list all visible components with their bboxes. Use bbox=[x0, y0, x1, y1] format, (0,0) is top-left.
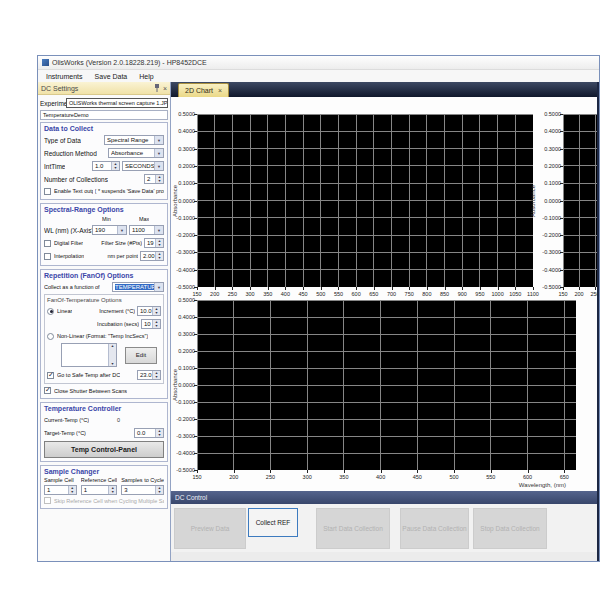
wl-axis-label: WL (nm) (X-Axis) bbox=[44, 227, 92, 234]
inttime-label: IntTime bbox=[44, 163, 65, 170]
type-of-data-select[interactable]: Spectral Range▼ bbox=[104, 135, 164, 145]
section-temperature-controller: Temperature Controller Current-Temp (°C)… bbox=[40, 402, 168, 462]
section-data-to-collect: Data to Collect Type of Data Spectral Ra… bbox=[40, 122, 168, 200]
linear-radio[interactable] bbox=[47, 308, 54, 315]
collect-ref-button[interactable]: Collect REF bbox=[248, 508, 298, 537]
title-bar[interactable]: OlisWorks (Version 2.0.18228.219) - HP84… bbox=[38, 56, 599, 70]
dc-settings-panel: DC Settings × Experiment OLISWorks therm… bbox=[38, 82, 171, 561]
collections-label: Number of Collections bbox=[44, 176, 108, 183]
group-title: FanOf-Temperature Options bbox=[47, 297, 161, 303]
pin-icon[interactable] bbox=[154, 84, 160, 92]
wl-max-select[interactable]: 1100▼ bbox=[129, 225, 164, 235]
chart-tab-bar: 2D Chart × bbox=[171, 82, 597, 97]
experiment-profile-input[interactable]: TemperatureDemo bbox=[40, 110, 168, 120]
dc-control-header: DC Control bbox=[171, 491, 597, 504]
section-title: Repetition (FanOf) Options bbox=[44, 272, 164, 279]
chart-2: 1502002503003504004505005506006500.50000… bbox=[171, 97, 597, 491]
reduction-method-label: Reduction Method bbox=[44, 150, 97, 157]
spinner-arrows-icon[interactable]: ▲▼ bbox=[155, 175, 163, 183]
tab-2d-chart[interactable]: 2D Chart × bbox=[178, 83, 229, 97]
increment-spinner[interactable]: 10.0 ▲▼ bbox=[137, 306, 161, 316]
incubation-label: Incubation (secs) bbox=[97, 321, 139, 327]
chevron-down-icon: ▼ bbox=[154, 149, 163, 157]
safe-temp-checkbox[interactable] bbox=[47, 372, 54, 379]
min-header: Min bbox=[102, 216, 111, 222]
spinner-arrows-icon[interactable]: ▲▼ bbox=[68, 486, 76, 494]
chart-1: 1502002500.50000.40000.30000.20000.10000… bbox=[171, 97, 597, 491]
target-temp-spinner[interactable]: 0.0 ▲▼ bbox=[134, 428, 164, 438]
non-linear-radio[interactable] bbox=[47, 333, 54, 340]
menu-save-data[interactable]: Save Data bbox=[95, 73, 128, 80]
chart-0-plot-area bbox=[197, 114, 533, 287]
filter-size-spinner[interactable]: 19 ▲▼ bbox=[144, 238, 164, 248]
max-header: Max bbox=[139, 216, 149, 222]
bottom-filler bbox=[171, 552, 597, 561]
non-linear-label: Non-Linear (Format: "Temp IncSecs") bbox=[57, 333, 148, 339]
skip-reference-checkbox bbox=[44, 497, 51, 504]
chart-0-xlabel: Wavelength, (nm) bbox=[197, 299, 533, 305]
increment-label: Increment (°C) bbox=[99, 308, 135, 314]
samples-to-cycle-spinner[interactable]: 3 ▲▼ bbox=[121, 485, 164, 495]
chart-canvas: 1502002503003504004505005506006507007508… bbox=[171, 97, 597, 491]
spinner-arrows-icon[interactable]: ▲▼ bbox=[152, 320, 160, 328]
digital-filter-checkbox[interactable] bbox=[44, 240, 51, 247]
pause-data-collection-button: Pause Data Collection bbox=[400, 508, 469, 549]
menu-help[interactable]: Help bbox=[139, 73, 153, 80]
collect-fn-select[interactable]: TEMPERATURE (C)▼ bbox=[112, 282, 164, 292]
wl-min-select[interactable]: 190▼ bbox=[92, 225, 127, 235]
chevron-down-icon: ▼ bbox=[154, 162, 163, 170]
dc-control-title: DC Control bbox=[175, 494, 207, 501]
nonlinear-temp-list[interactable]: ▲▼ bbox=[61, 343, 117, 367]
chevron-down-icon: ▼ bbox=[117, 226, 126, 234]
enable-text-output-label: Enable Text output bbox=[54, 188, 93, 194]
incubation-spinner[interactable]: 10 ▲▼ bbox=[141, 319, 161, 329]
enable-text-output-note: ( * suspends 'Save Data' prompt ) bbox=[95, 188, 164, 194]
menu-instruments[interactable]: Instruments bbox=[46, 73, 83, 80]
temp-control-panel-button[interactable]: Temp Control-Panel bbox=[44, 441, 164, 458]
reference-cell-spinner[interactable]: 1 ▲▼ bbox=[81, 485, 117, 495]
dc-settings-panel-header[interactable]: DC Settings × bbox=[38, 82, 170, 95]
spinner-arrows-icon[interactable]: ▲▼ bbox=[155, 239, 163, 247]
interpolation-checkbox[interactable] bbox=[44, 253, 51, 260]
chevron-down-icon: ▼ bbox=[154, 283, 163, 291]
panel-title: DC Settings bbox=[41, 85, 78, 92]
chart-0-ylabel: Absorbance bbox=[171, 114, 179, 287]
experiment-name-input[interactable]: OLISWorks thermal screen capture 1.JPG bbox=[66, 98, 168, 108]
inttime-units-select[interactable]: SECONDS▼ bbox=[122, 161, 164, 171]
chevron-down-icon: ▼ bbox=[154, 226, 163, 234]
dc-settings-body: Experiment OLISWorks thermal screen capt… bbox=[38, 95, 170, 561]
section-repetition: Repetition (FanOf) Options Collect as a … bbox=[40, 269, 168, 399]
samples-to-cycle-label: Samples to Cycle bbox=[121, 477, 164, 485]
spinner-arrows-icon[interactable]: ▲▼ bbox=[155, 486, 163, 494]
spinner-arrows-icon[interactable]: ▲▼ bbox=[111, 162, 119, 170]
section-title: Sample Changer bbox=[44, 468, 164, 475]
preview-data-button: Preview Data bbox=[174, 508, 246, 549]
linear-label: Linear bbox=[57, 308, 72, 314]
chart-2-xlabel: Wavelength, (nm) bbox=[197, 482, 566, 488]
collect-fn-label: Collect as a function of bbox=[44, 284, 100, 290]
sample-cell-spinner[interactable]: 1 ▲▼ bbox=[44, 485, 77, 495]
spinner-arrows-icon[interactable]: ▲▼ bbox=[108, 486, 116, 494]
current-temp-label: Current-Temp (°C) bbox=[44, 417, 89, 423]
close-shutter-checkbox[interactable] bbox=[44, 387, 51, 394]
nm-per-point-spinner[interactable]: 2.00 ▲▼ bbox=[140, 251, 164, 261]
chart-1-plot-area bbox=[563, 114, 597, 287]
fanof-temperature-group: FanOf-Temperature Options Linear Increme… bbox=[44, 294, 164, 384]
inttime-spinner[interactable]: 1.0 ▲▼ bbox=[92, 161, 120, 171]
enable-text-output-checkbox[interactable] bbox=[44, 188, 51, 195]
collections-spinner[interactable]: 2 ▲▼ bbox=[144, 174, 164, 184]
sample-cell-label: Sample Cell bbox=[44, 477, 77, 485]
safe-temp-spinner[interactable]: 23.0 ▲▼ bbox=[137, 370, 161, 380]
reduction-method-select[interactable]: Absorbance▼ bbox=[108, 148, 164, 158]
tab-close-icon[interactable]: × bbox=[218, 87, 222, 94]
close-icon[interactable]: × bbox=[163, 85, 167, 92]
spinner-arrows-icon[interactable]: ▲▼ bbox=[155, 252, 163, 260]
edit-button[interactable]: Edit bbox=[125, 347, 157, 364]
spinner-arrows-icon[interactable]: ▲▼ bbox=[155, 429, 163, 437]
safe-temp-label: Go to Safe Temp after DC bbox=[57, 372, 120, 378]
section-title: Data to Collect bbox=[44, 125, 164, 132]
stop-data-collection-button: Stop Data Collection bbox=[473, 508, 547, 549]
spinner-arrows-icon[interactable]: ▲▼ bbox=[152, 307, 160, 315]
spinner-arrows-icon[interactable]: ▲▼ bbox=[152, 371, 160, 379]
list-scrollbar[interactable]: ▲▼ bbox=[108, 344, 116, 366]
